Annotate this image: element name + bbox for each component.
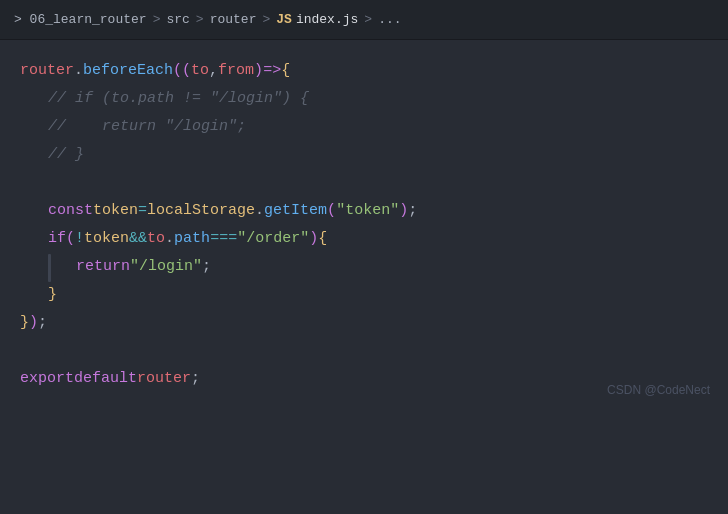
code-editor: router.beforeEach((to, from) => { // if … [0, 40, 728, 412]
code-line-const: const token = localStorage.getItem("toke… [0, 198, 728, 226]
watermark: CSDN @CodeNect [607, 380, 710, 400]
breadcrumb-sep3: > [262, 12, 270, 27]
code-line-blank1 [0, 170, 728, 198]
code-line-close-if: } [0, 282, 728, 310]
breadcrumb-sep2: > [196, 12, 204, 27]
breadcrumb-bar: > 06_learn_router > src > router > JS in… [0, 0, 728, 40]
token-router: router [20, 58, 74, 84]
breadcrumb-ellipsis: ... [378, 12, 401, 27]
breadcrumb-js-badge: JS [276, 12, 292, 27]
code-line-if: if (!token && to.path === "/order") { [0, 226, 728, 254]
breadcrumb-folder1: > 06_learn_router [14, 12, 147, 27]
code-line-comment1: // if (to.path != "/login") { [0, 86, 728, 114]
breadcrumb-router: router [210, 12, 257, 27]
breadcrumb-filename: index.js [296, 12, 358, 27]
code-line-comment2: // return "/login"; [0, 114, 728, 142]
breadcrumb-sep4: > [364, 12, 372, 27]
code-line-blank2 [0, 338, 728, 366]
code-line-close-fn: }); [0, 310, 728, 338]
code-line-comment3: // } [0, 142, 728, 170]
code-line-return: return "/login"; [0, 254, 728, 282]
breadcrumb-sep1: > [153, 12, 161, 27]
token-beforeeach: beforeEach [83, 58, 173, 84]
breadcrumb-src: src [166, 12, 189, 27]
code-line-1: router.beforeEach((to, from) => { [0, 58, 728, 86]
